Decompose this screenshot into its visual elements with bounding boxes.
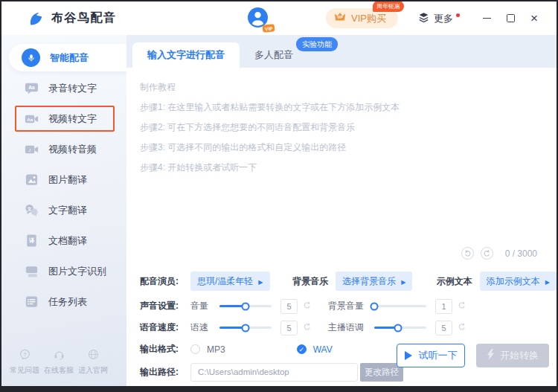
- sidebar-footer: ? 常见问题 在线客服 进入官网: [1, 348, 126, 386]
- preview-button[interactable]: 试听一下: [397, 344, 465, 367]
- faq-button[interactable]: ? 常见问题: [7, 348, 42, 376]
- svg-text:译: 译: [28, 237, 34, 244]
- placeholder-line: 步骤1: 在这里输入或者粘贴需要转换的文字或在下方添加示例文本: [140, 97, 543, 118]
- undo-button[interactable]: [461, 247, 474, 260]
- placeholder-line: 制作教程: [140, 77, 543, 97]
- question-icon: ?: [19, 348, 31, 362]
- more-menu-button[interactable]: 更多: [417, 11, 460, 26]
- mp3-label: MP3: [207, 344, 225, 355]
- layers-icon: [417, 11, 430, 26]
- official-site-button[interactable]: 进入官网: [76, 348, 110, 376]
- tone-reset-button[interactable]: [458, 322, 466, 333]
- sidebar-item-audio-to-text[interactable]: Aa 录音转文字: [1, 73, 126, 103]
- vip-crown-icon: VIP: [333, 11, 347, 25]
- sidebar-item-task-list[interactable]: 任务列表: [1, 286, 126, 317]
- bgm-select[interactable]: 选择背景音乐: [336, 271, 412, 291]
- bg-volume-value: 1: [435, 299, 452, 314]
- voice-actor-row: 配音演员: 思琪/温柔年轻 背景音乐 选择背景音乐 示例文本 添加示例文本: [126, 271, 557, 291]
- bg-volume-slider[interactable]: [374, 305, 426, 307]
- volume-slider[interactable]: [219, 305, 272, 307]
- sidebar-item-doc-translate[interactable]: 译 文档翻译: [1, 225, 126, 256]
- start-convert-button[interactable]: 开始转换: [476, 344, 549, 367]
- placeholder-line: 步骤3: 可选择不同的输出的格式和自定义输出的路径: [140, 138, 543, 158]
- lightning-icon: [487, 349, 495, 362]
- svg-text:文: 文: [26, 207, 31, 211]
- sidebar-item-label: 视频转文字: [48, 112, 97, 126]
- avatar-vip-badge: VIP: [262, 24, 275, 33]
- video-audio-icon: ♪: [24, 142, 39, 157]
- speech-speed-label: 语音速度:: [140, 321, 190, 334]
- sidebar-item-label: 录音转文字: [48, 82, 97, 95]
- online-support-button[interactable]: 在线客服: [42, 348, 76, 376]
- volume-label: 音量: [190, 300, 217, 312]
- speed-value: 5: [280, 321, 298, 335]
- voice-actor-value: 思琪/温柔年轻: [197, 275, 253, 288]
- sample-text-add[interactable]: 添加示例文本: [480, 271, 557, 291]
- tab-text-dubbing[interactable]: 输入文字进行配音: [132, 42, 240, 68]
- sample-text-add-label: 添加示例文本: [487, 275, 540, 288]
- tone-slider[interactable]: [374, 327, 426, 329]
- sidebar: 智能配音 Aa 录音转文字 Aa 视频转文字 ♪: [1, 35, 126, 386]
- image-translate-icon: [24, 173, 39, 187]
- sidebar-item-image-translate[interactable]: 图片翻译: [1, 164, 126, 195]
- sidebar-item-video-to-audio[interactable]: ♪ 视频转音频: [1, 134, 126, 164]
- start-convert-label: 开始转换: [500, 349, 539, 362]
- bgm-label: 背景音乐: [292, 275, 328, 288]
- bg-volume-reset-button[interactable]: [458, 301, 466, 312]
- ocr-icon: [24, 264, 39, 279]
- titlebar: 布谷鸟配音 VIP VIP VIP购买 周年钜惠 更多: [1, 1, 557, 35]
- sidebar-item-label: 智能配音: [50, 51, 89, 65]
- maximize-button[interactable]: [498, 7, 522, 30]
- mic-icon: [22, 48, 40, 67]
- svg-text:Aa: Aa: [27, 117, 33, 122]
- faq-label: 常见问题: [10, 365, 39, 376]
- sidebar-item-video-to-text[interactable]: Aa 视频转文字: [1, 103, 126, 134]
- minimize-button[interactable]: [475, 7, 498, 30]
- vip-promo-badge: 周年钜惠: [373, 1, 404, 12]
- voice-actor-label: 配音演员:: [140, 275, 190, 288]
- chevron-right-icon: [258, 276, 263, 286]
- voice-actor-select[interactable]: 思琪/温柔年轻: [190, 271, 270, 291]
- volume-reset-button[interactable]: [303, 301, 312, 312]
- chevron-right-icon: [401, 276, 405, 286]
- redo-button[interactable]: [481, 247, 493, 260]
- online-support-label: 在线客服: [44, 365, 74, 376]
- bg-volume-label: 背景音量: [328, 300, 371, 312]
- volume-value: 5: [280, 299, 298, 314]
- speed-slider[interactable]: [219, 327, 272, 329]
- window-body: 智能配音 Aa 录音转文字 Aa 视频转文字 ♪: [1, 35, 557, 386]
- window-controls: ×: [475, 7, 546, 30]
- preview-label: 试听一下: [419, 349, 458, 362]
- app-window: 布谷鸟配音 VIP VIP VIP购买 周年钜惠 更多: [0, 0, 558, 392]
- output-format-label: 输出格式:: [140, 343, 190, 356]
- svg-text:Aa: Aa: [28, 85, 35, 90]
- close-button[interactable]: ×: [522, 7, 546, 30]
- speed-reset-button[interactable]: [303, 322, 312, 333]
- sidebar-item-label: 文字翻译: [48, 204, 87, 217]
- sidebar-item-image-ocr[interactable]: 图片文字识别: [1, 256, 126, 286]
- sidebar-item-label: 任务列表: [48, 295, 87, 309]
- globe-icon: [87, 348, 100, 362]
- output-path-input[interactable]: [190, 363, 358, 382]
- bird-logo-icon: [27, 10, 45, 28]
- task-list-icon: [24, 295, 39, 309]
- speech-speed-row: 语音速度: 语速 5 主播语调 5: [126, 318, 557, 337]
- play-icon: [405, 351, 412, 360]
- wav-radio[interactable]: [297, 344, 307, 354]
- chevron-right-icon: [545, 276, 550, 286]
- user-avatar[interactable]: VIP: [248, 7, 270, 30]
- experimental-feature-badge: 实验功能: [296, 37, 338, 51]
- placeholder-line: 步骤2: 可在下方选择您想要的不同语音配置和背景音乐: [140, 118, 543, 138]
- app-title: 布谷鸟配音: [51, 10, 117, 26]
- vip-buy-label: VIP购买: [351, 12, 386, 25]
- official-site-label: 进入官网: [78, 365, 108, 376]
- mp3-radio[interactable]: [190, 344, 200, 354]
- titlebar-actions: VIP VIP购买 周年钜惠 更多 ×: [326, 7, 557, 30]
- placeholder-line: 步骤4: 开始转换或者试听一下: [140, 158, 543, 178]
- text-input-area[interactable]: 制作教程 步骤1: 在这里输入或者粘贴需要转换的文字或在下方添加示例文本 步骤2…: [126, 68, 557, 267]
- sidebar-item-smart-dubbing[interactable]: 智能配音: [1, 42, 126, 73]
- sidebar-item-text-translate[interactable]: 文 文字翻译: [1, 195, 126, 225]
- wav-label: WAV: [313, 344, 333, 355]
- vip-buy-button[interactable]: VIP VIP购买 周年钜惠: [326, 8, 398, 28]
- sound-settings-label: 声音设置:: [140, 300, 190, 312]
